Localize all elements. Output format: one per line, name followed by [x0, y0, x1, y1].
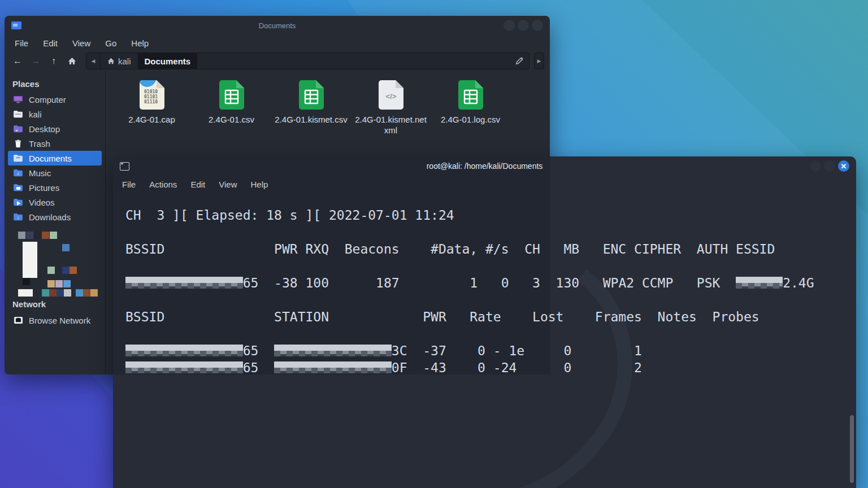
file-name: 2.4G-01.cap	[128, 114, 175, 125]
menu-edit[interactable]: Edit	[43, 38, 58, 48]
terminal-scrollbar[interactable]	[850, 415, 854, 483]
music-folder-icon: ♪	[12, 168, 24, 177]
forward-icon[interactable]: →	[28, 54, 43, 68]
sidebar-label: Videos	[29, 198, 55, 207]
menu-view[interactable]: View	[219, 180, 237, 189]
fm-sidebar: Places Computer kali Desktop Trash Docum…	[5, 71, 105, 374]
file-item-kismet-csv[interactable]: 2.4G-01.kismet.csv	[271, 80, 351, 125]
file-name: 2.4G-01.log.csv	[441, 114, 500, 125]
computer-icon	[12, 95, 24, 104]
ap-table-header: BSSID PWR RXQ Beacons #Data, #/s CH MB E…	[125, 241, 856, 258]
station-suffix: 0F	[392, 360, 407, 375]
file-name: 2.4G-01.kismet.csv	[275, 114, 347, 125]
station-row: 65 0F -43 0 -24 0 2	[125, 359, 856, 376]
ap-fields: -38 100 187 1 0 3 130 WPA2 CCMP PSK	[258, 276, 736, 290]
breadcrumb-current[interactable]: Documents	[138, 53, 198, 69]
downloads-folder-icon: ↓	[12, 212, 24, 221]
cap-icon-text: 01101	[144, 94, 158, 99]
sidebar-label: Browse Network	[29, 316, 90, 325]
breadcrumb-home[interactable]: kali	[101, 53, 138, 69]
sidebar-label: kali	[29, 110, 42, 119]
bssid-suffix: 65	[243, 276, 259, 290]
sidebar-item-documents[interactable]: Documents	[8, 151, 102, 165]
sidebar-item-desktop[interactable]: Desktop	[8, 121, 102, 136]
station-fields: -37 0 - 1e 0 1	[407, 343, 642, 358]
folder-icon	[12, 110, 24, 119]
trash-icon	[12, 139, 24, 148]
home-small-icon	[107, 58, 115, 64]
close-button[interactable]	[532, 20, 543, 31]
minimize-button[interactable]	[504, 20, 515, 31]
essid-suffix: 2.4G	[783, 276, 814, 290]
maximize-button[interactable]	[824, 160, 835, 172]
folder-icon	[12, 154, 24, 163]
cap-icon-text: 01010	[144, 89, 158, 94]
edit-path-icon[interactable]	[510, 53, 529, 69]
station-row: 65 3C -37 0 - 1e 0 1	[125, 342, 856, 359]
terminal-window: root@kali: /home/kali/Documents ✕ File A…	[113, 156, 856, 488]
fm-window-controls	[504, 20, 543, 31]
menu-view[interactable]: View	[72, 38, 90, 48]
maximize-button[interactable]	[518, 20, 529, 31]
folder-icon	[12, 124, 24, 133]
xml-icon-glyph: </>	[385, 92, 396, 101]
bssid-suffix: 65	[243, 360, 274, 375]
fm-menubar: File Edit View Go Help	[5, 35, 550, 51]
sidebar-item-kali[interactable]: kali	[8, 107, 102, 121]
close-icon[interactable]: ✕	[838, 160, 849, 172]
pictures-folder-icon	[12, 183, 24, 192]
sidebar-item-music[interactable]: ♪Music	[8, 165, 102, 180]
redacted-station-mac	[274, 345, 392, 356]
up-icon[interactable]: ↑	[46, 54, 61, 68]
terminal-titlebar[interactable]: root@kali: /home/kali/Documents ✕	[113, 156, 856, 176]
file-item-csv[interactable]: 2.4G-01.csv	[192, 80, 271, 125]
station-table-header: BSSID STATION PWR Rate Lost Frames Notes…	[125, 308, 856, 325]
file-name: 2.4G-01.kismet.netxml	[355, 114, 427, 136]
sidebar-item-pictures[interactable]: Pictures	[8, 180, 102, 195]
home-icon[interactable]	[64, 54, 79, 68]
breadcrumb-scroll-left-icon[interactable]: ◀	[86, 53, 101, 69]
terminal-app-icon	[120, 162, 129, 171]
redacted-bssid	[125, 345, 243, 356]
xml-file-icon: </>	[379, 80, 403, 110]
fm-titlebar[interactable]: Documents	[5, 16, 550, 35]
breadcrumb: ◀kaliDocuments	[86, 53, 530, 69]
videos-folder-icon	[12, 198, 24, 207]
menu-help[interactable]: Help	[250, 180, 268, 189]
file-item-netxml[interactable]: </> 2.4G-01.kismet.netxml	[351, 80, 431, 136]
menu-edit[interactable]: Edit	[190, 180, 205, 189]
network-header: Network	[5, 297, 105, 312]
terminal-window-title: root@kali: /home/kali/Documents	[113, 162, 856, 171]
breadcrumb-current-label: Documents	[145, 56, 191, 66]
menu-go[interactable]: Go	[105, 38, 116, 48]
breadcrumb-home-label: kali	[118, 56, 131, 66]
station-fields: -43 0 -24 0 2	[407, 360, 642, 375]
file-item-cap[interactable]: 01010 01101 01110 2.4G-01.cap	[112, 80, 192, 125]
csv-file-icon	[219, 80, 244, 110]
airodump-output: CH 3 ][ Elapsed: 18 s ][ 2022-07-01 11:2…	[113, 193, 856, 376]
sidebar-divider	[105, 71, 106, 374]
minimize-button[interactable]	[810, 160, 821, 172]
csv-file-icon	[458, 80, 483, 110]
sidebar-label: Computer	[29, 95, 66, 104]
places-header: Places	[5, 77, 105, 92]
status-line: CH 3 ][ Elapsed: 18 s ][ 2022-07-01 11:2…	[125, 207, 856, 224]
menu-file[interactable]: File	[122, 180, 136, 189]
file-item-log-csv[interactable]: 2.4G-01.log.csv	[431, 80, 510, 125]
menu-actions[interactable]: Actions	[149, 180, 177, 189]
sidebar-item-downloads[interactable]: ↓Downloads	[8, 210, 102, 224]
ap-row: 65 -38 100 187 1 0 3 130 WPA2 CCMP PSK 2…	[125, 274, 856, 291]
sidebar-item-browse-network[interactable]: Browse Network	[8, 313, 102, 328]
file-name-line2: xml	[384, 125, 397, 135]
menu-file[interactable]: File	[15, 38, 28, 48]
sidebar-item-trash[interactable]: Trash	[8, 136, 102, 151]
menu-help[interactable]: Help	[131, 38, 149, 48]
sidebar-item-videos[interactable]: Videos	[8, 195, 102, 210]
desktop: { "file_manager": { "title": "Documents"…	[0, 0, 868, 488]
fm-toolbar: ← → ↑ ◀kaliDocuments ▶	[5, 51, 550, 71]
sidebar-item-computer[interactable]: Computer	[8, 92, 102, 107]
network-icon	[12, 316, 24, 325]
back-icon[interactable]: ←	[10, 54, 25, 68]
redacted-essid	[736, 277, 783, 289]
breadcrumb-scroll-right-icon[interactable]: ▶	[534, 53, 544, 69]
